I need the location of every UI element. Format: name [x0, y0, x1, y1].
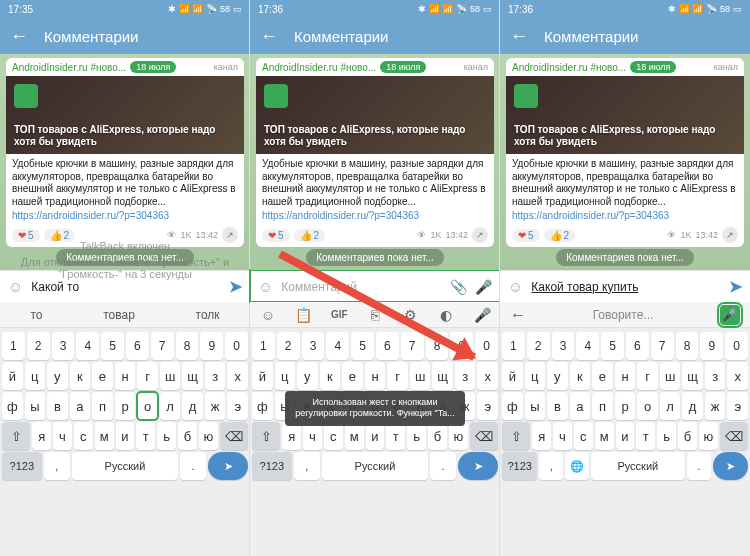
key-7[interactable]: 7: [401, 332, 424, 360]
key-2[interactable]: 2: [27, 332, 50, 360]
key-н[interactable]: н: [365, 362, 386, 390]
key-т[interactable]: т: [386, 422, 405, 450]
key-г[interactable]: г: [137, 362, 158, 390]
post-image[interactable]: ТОП товаров с AliExpress, которые надо х…: [6, 76, 244, 154]
key-б[interactable]: б: [178, 422, 197, 450]
key-к[interactable]: к: [320, 362, 341, 390]
key-3[interactable]: 3: [52, 332, 75, 360]
key-4[interactable]: 4: [326, 332, 349, 360]
reaction-thumb[interactable]: 👍2: [294, 229, 326, 242]
gif-icon[interactable]: GIF: [321, 309, 357, 320]
key-у[interactable]: у: [47, 362, 68, 390]
key-ш[interactable]: ш: [410, 362, 431, 390]
key-8[interactable]: 8: [676, 332, 699, 360]
key-ч[interactable]: ч: [303, 422, 322, 450]
key-shift[interactable]: ⇧: [252, 422, 280, 450]
key-м[interactable]: м: [595, 422, 614, 450]
post-card[interactable]: AndroidInsider.ru #ново...18 июляканал Т…: [506, 58, 744, 247]
key-ф[interactable]: ф: [252, 392, 273, 420]
key-1[interactable]: 1: [502, 332, 525, 360]
emoji-icon[interactable]: ☺: [508, 278, 523, 295]
post-link[interactable]: https://androidinsider.ru/?p=304363: [6, 210, 244, 225]
share-icon[interactable]: ↗: [472, 227, 488, 243]
key-у[interactable]: у: [297, 362, 318, 390]
key-о[interactable]: о: [137, 392, 158, 420]
key-д[interactable]: д: [682, 392, 703, 420]
suggestion[interactable]: товар: [95, 308, 143, 322]
key-я[interactable]: я: [282, 422, 301, 450]
voice-mic-button[interactable]: 🎤: [720, 305, 740, 325]
key-п[interactable]: п: [92, 392, 113, 420]
key-ю[interactable]: ю: [199, 422, 218, 450]
key-э[interactable]: э: [227, 392, 248, 420]
theme-icon[interactable]: ◐: [429, 307, 465, 323]
key-л[interactable]: л: [660, 392, 681, 420]
key-л[interactable]: л: [160, 392, 181, 420]
key-6[interactable]: 6: [626, 332, 649, 360]
message-input[interactable]: Какой товар купить: [531, 280, 721, 294]
key-з[interactable]: з: [705, 362, 726, 390]
key-9[interactable]: 9: [700, 332, 723, 360]
key-у[interactable]: у: [547, 362, 568, 390]
key-с[interactable]: с: [324, 422, 343, 450]
key-н[interactable]: н: [115, 362, 136, 390]
key-3[interactable]: 3: [302, 332, 325, 360]
key-ц[interactable]: ц: [525, 362, 546, 390]
key-х[interactable]: х: [727, 362, 748, 390]
key-е[interactable]: е: [342, 362, 363, 390]
key-4[interactable]: 4: [576, 332, 599, 360]
key-с[interactable]: с: [574, 422, 593, 450]
emoji-icon[interactable]: ☺: [258, 278, 273, 295]
emoji-icon[interactable]: ☺: [8, 278, 23, 295]
channel-name[interactable]: AndroidInsider.ru #ново...: [12, 62, 126, 73]
key-а[interactable]: а: [570, 392, 591, 420]
key-6[interactable]: 6: [376, 332, 399, 360]
key-я[interactable]: я: [32, 422, 51, 450]
key-ю[interactable]: ю: [699, 422, 718, 450]
key-х[interactable]: х: [477, 362, 498, 390]
key-г[interactable]: г: [637, 362, 658, 390]
back-icon[interactable]: ←: [260, 26, 278, 47]
key-н[interactable]: н: [615, 362, 636, 390]
key-3[interactable]: 3: [552, 332, 575, 360]
key-ф[interactable]: ф: [502, 392, 523, 420]
key-5[interactable]: 5: [351, 332, 374, 360]
back-icon[interactable]: ←: [10, 26, 28, 47]
key-о[interactable]: о: [637, 392, 658, 420]
key-е[interactable]: е: [592, 362, 613, 390]
key-р[interactable]: р: [115, 392, 136, 420]
key-ц[interactable]: ц: [275, 362, 296, 390]
key-ь[interactable]: ь: [157, 422, 176, 450]
message-input[interactable]: Комментарий: [281, 280, 442, 294]
key-в[interactable]: в: [547, 392, 568, 420]
send-icon[interactable]: ➤: [729, 277, 742, 296]
key-ь[interactable]: ь: [657, 422, 676, 450]
key-м[interactable]: м: [95, 422, 114, 450]
key-dot[interactable]: .: [180, 452, 206, 480]
key-1[interactable]: 1: [252, 332, 275, 360]
key-т[interactable]: т: [636, 422, 655, 450]
key-б[interactable]: б: [428, 422, 447, 450]
key-ж[interactable]: ж: [705, 392, 726, 420]
key-ш[interactable]: ш: [160, 362, 181, 390]
key-э[interactable]: э: [727, 392, 748, 420]
key-shift[interactable]: ⇧: [502, 422, 530, 450]
share-icon[interactable]: ↗: [222, 227, 238, 243]
suggestion[interactable]: то: [22, 308, 50, 322]
key-т[interactable]: т: [136, 422, 155, 450]
key-й[interactable]: й: [252, 362, 273, 390]
back-icon[interactable]: ←: [510, 26, 528, 47]
key-5[interactable]: 5: [601, 332, 624, 360]
post-card[interactable]: AndroidInsider.ru #ново...18 июляканал Т…: [256, 58, 494, 247]
key-щ[interactable]: щ: [682, 362, 703, 390]
suggestion[interactable]: толк: [188, 308, 228, 322]
key-8[interactable]: 8: [176, 332, 199, 360]
keyboard-mic-icon[interactable]: 🎤: [464, 307, 500, 323]
key-ф[interactable]: ф: [2, 392, 23, 420]
key-э[interactable]: э: [477, 392, 498, 420]
key-к[interactable]: к: [570, 362, 591, 390]
key-я[interactable]: я: [532, 422, 551, 450]
reaction-heart[interactable]: ❤5: [262, 229, 290, 242]
key-м[interactable]: м: [345, 422, 364, 450]
key-comma[interactable]: ,: [44, 452, 70, 480]
